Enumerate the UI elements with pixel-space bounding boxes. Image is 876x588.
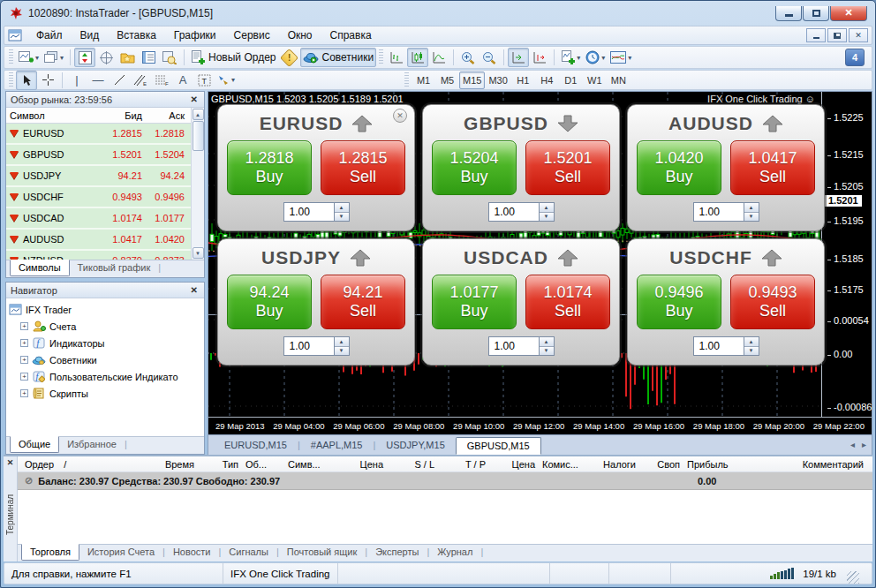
volume-stepper[interactable]: ▲▼ [744, 203, 759, 221]
buy-button[interactable]: 1.5204Buy [432, 140, 517, 195]
navigator-close-icon[interactable]: ✕ [189, 285, 200, 295]
sell-button[interactable]: 94.21Sell [321, 275, 405, 329]
market-watch-scrollbar[interactable]: ▲ ▼ [191, 108, 204, 260]
tab-favorites[interactable]: Избранное [59, 437, 125, 452]
menu-charts[interactable]: Графики [165, 27, 225, 43]
table-row[interactable]: AUDUSD1.04171.0420 [6, 230, 191, 251]
table-row[interactable]: GBPUSD1.52011.5204 [6, 145, 191, 166]
child-restore-button[interactable] [827, 28, 847, 42]
cursor-tool[interactable] [16, 71, 37, 90]
stepper-up-icon[interactable]: ▲ [335, 203, 349, 213]
stepper-down-icon[interactable]: ▼ [335, 347, 349, 356]
col-symbol[interactable]: Символ [6, 110, 91, 121]
col-swap[interactable]: Своп [639, 459, 683, 470]
volume-input[interactable] [489, 203, 539, 221]
expand-icon[interactable]: + [20, 339, 28, 347]
tree-root[interactable]: IFX Trader [8, 301, 202, 318]
expand-icon[interactable]: + [20, 356, 28, 364]
col-volume[interactable]: Об... [242, 459, 284, 470]
panel-close-icon[interactable]: ✕ [393, 109, 407, 123]
toolbar-grip[interactable] [404, 72, 409, 88]
chart-tab-eurusd[interactable]: EURUSD,M15 [214, 437, 298, 453]
tree-item-scripts[interactable]: + Скрипты [8, 385, 202, 402]
market-watch-toggle[interactable] [74, 48, 95, 67]
table-row[interactable]: USDJPY94.2194.24 [6, 166, 191, 187]
col-comment[interactable]: Комментарий [740, 459, 872, 470]
tabs-scroll-left-icon[interactable]: ◂ [850, 440, 855, 449]
expand-icon[interactable]: + [20, 373, 28, 381]
col-sl[interactable]: S / L [387, 459, 438, 470]
line-chart-button[interactable] [428, 48, 449, 67]
col-order[interactable]: Ордер / [18, 459, 117, 470]
toolbar-grip[interactable] [379, 49, 383, 65]
text-tool[interactable]: A [172, 71, 193, 90]
volume-input[interactable] [694, 337, 744, 355]
autotrading-warning-button[interactable]: ! [279, 48, 300, 67]
stepper-up-icon[interactable]: ▲ [744, 203, 759, 213]
market-watch-close-icon[interactable]: ✕ [189, 94, 200, 104]
minimize-button[interactable] [775, 6, 802, 21]
tree-item-accounts[interactable]: + Счета [8, 318, 202, 335]
vertical-line-tool[interactable]: | [66, 71, 87, 90]
buy-button[interactable]: 94.24Buy [227, 275, 312, 329]
tf-m1[interactable]: M1 [412, 72, 435, 89]
maximize-button[interactable] [803, 6, 829, 21]
smiley-icon[interactable]: ☺ [805, 94, 815, 104]
candlestick-chart-button[interactable] [407, 48, 428, 67]
tab-experts[interactable]: Эксперты [367, 545, 427, 560]
tab-signals[interactable]: Сигналы [221, 545, 276, 560]
notifications-badge[interactable]: 4 [845, 49, 865, 66]
volume-input[interactable] [694, 203, 744, 221]
horizontal-line-tool[interactable]: — [87, 71, 109, 90]
stepper-down-icon[interactable]: ▼ [335, 213, 349, 222]
tree-item-custom-indicators[interactable]: + f Пользовательские Индикато [8, 368, 202, 385]
volume-input[interactable] [284, 203, 334, 221]
menu-file[interactable]: Файл [27, 27, 72, 43]
new-order-button[interactable]: Новый Ордер [188, 48, 278, 67]
close-button[interactable]: ✕ [830, 6, 867, 21]
tree-item-advisors[interactable]: + Советники [8, 351, 202, 368]
tab-mailbox[interactable]: Почтовый ящик [279, 545, 365, 560]
volume-stepper[interactable]: ▲▼ [334, 337, 349, 355]
navigator-toggle[interactable] [117, 48, 138, 67]
periods-button[interactable]: ▾ [583, 48, 608, 67]
toolbar-grip[interactable] [9, 49, 13, 65]
child-minimize-button[interactable] [806, 28, 826, 42]
tf-w1[interactable]: W1 [583, 72, 607, 89]
data-window-toggle[interactable] [95, 48, 117, 67]
stepper-down-icon[interactable]: ▼ [540, 213, 554, 222]
toolbar-grip[interactable] [9, 72, 13, 88]
expand-icon[interactable]: + [20, 322, 28, 330]
menu-window[interactable]: Окно [279, 27, 321, 43]
stepper-down-icon[interactable]: ▼ [744, 347, 759, 356]
stepper-up-icon[interactable]: ▲ [540, 337, 554, 347]
tab-journal[interactable]: Журнал [429, 545, 480, 560]
time-axis[interactable]: 29 Мар 2013 29 Мар 04:00 29 Мар 06:00 29… [208, 417, 872, 434]
table-row[interactable]: USDCHF0.94930.9496 [6, 187, 191, 208]
new-chart-button[interactable]: ▾ [16, 48, 42, 67]
table-row[interactable]: USDCAD1.01741.0177 [6, 208, 191, 230]
resize-grip[interactable] [847, 571, 859, 584]
volume-stepper[interactable]: ▲▼ [539, 337, 554, 355]
col-commission[interactable]: Комис... [539, 459, 592, 470]
equidistant-channel-tool[interactable]: E [130, 71, 151, 90]
sell-button[interactable]: 1.2815Sell [321, 140, 405, 195]
trendline-tool[interactable] [109, 71, 130, 90]
stepper-up-icon[interactable]: ▲ [744, 337, 759, 347]
templates-button[interactable]: ▾ [608, 48, 634, 67]
tf-h1[interactable]: H1 [511, 72, 535, 89]
chart-tab-aapl[interactable]: #AAPL,M15 [300, 437, 374, 453]
tab-news[interactable]: Новости [165, 545, 219, 560]
scroll-up-icon[interactable]: ▲ [193, 109, 204, 120]
stepper-down-icon[interactable]: ▼ [540, 347, 554, 356]
table-row[interactable]: EURUSD1.28151.2818 [6, 124, 191, 145]
col-profit[interactable]: Прибыль [683, 459, 740, 470]
stepper-up-icon[interactable]: ▲ [540, 203, 554, 213]
sell-button[interactable]: 1.0174Sell [525, 275, 610, 329]
tf-m15[interactable]: M15 [459, 72, 485, 89]
sell-button[interactable]: 0.9493Sell [730, 275, 815, 329]
auto-scroll-button[interactable] [508, 48, 529, 67]
advisors-button[interactable]: Советники [300, 48, 377, 67]
menu-service[interactable]: Сервис [225, 27, 279, 43]
chart-canvas[interactable]: GBPUSD,M15 1.5203 1.5205 1.5189 1.5201 I… [208, 92, 872, 417]
